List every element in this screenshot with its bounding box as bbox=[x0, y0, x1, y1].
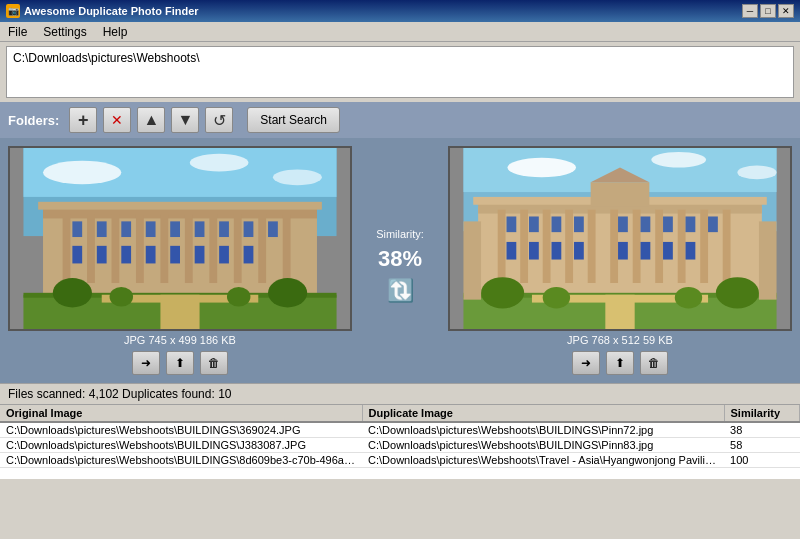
app-icon: 📷 bbox=[6, 4, 20, 18]
table-wrapper[interactable]: Original Image Duplicate Image Similarit… bbox=[0, 405, 800, 479]
svg-rect-27 bbox=[72, 246, 82, 264]
folder-path-area: C:\Downloads\pictures\Webshoots\ bbox=[6, 46, 794, 98]
similarity-value: 38% bbox=[378, 246, 422, 272]
svg-point-86 bbox=[716, 277, 759, 308]
svg-rect-57 bbox=[588, 210, 596, 283]
right-building-image bbox=[450, 148, 790, 329]
svg-rect-22 bbox=[170, 221, 180, 237]
left-delete-button[interactable]: 🗑 bbox=[200, 351, 228, 375]
table-row[interactable]: C:\Downloads\pictures\Webshoots\BUILDING… bbox=[0, 438, 800, 453]
svg-rect-72 bbox=[708, 216, 718, 232]
right-image-frame bbox=[448, 146, 792, 331]
app-title: Awesome Duplicate Photo Finder bbox=[24, 5, 199, 17]
svg-rect-16 bbox=[258, 215, 266, 283]
svg-rect-54 bbox=[520, 210, 528, 283]
svg-rect-12 bbox=[160, 215, 168, 283]
table-row[interactable]: C:\Downloads\pictures\Webshoots\BUILDING… bbox=[0, 422, 800, 438]
col-original[interactable]: Original Image bbox=[0, 405, 362, 422]
svg-rect-17 bbox=[283, 215, 291, 283]
left-image-actions: ➜ ⬆ 🗑 bbox=[132, 351, 228, 375]
left-move-button[interactable]: ⬆ bbox=[166, 351, 194, 375]
move-up-button[interactable]: ▲ bbox=[137, 107, 165, 133]
right-image-panel: JPG 768 x 512 59 KB ➜ ⬆ 🗑 bbox=[448, 146, 792, 375]
svg-point-41 bbox=[110, 287, 133, 307]
svg-rect-34 bbox=[244, 246, 254, 264]
title-bar-left: 📷 Awesome Duplicate Photo Finder bbox=[6, 4, 199, 18]
remove-folder-button[interactable]: ✕ bbox=[103, 107, 131, 133]
maximize-button[interactable]: □ bbox=[760, 4, 776, 18]
cell-duplicate: C:\Downloads\pictures\Webshoots\BUILDING… bbox=[362, 422, 724, 438]
toolbar: Folders: + ✕ ▲ ▼ ↺ Start Search bbox=[0, 102, 800, 138]
minimize-button[interactable]: ─ bbox=[742, 4, 758, 18]
swap-icon[interactable]: 🔃 bbox=[387, 278, 414, 304]
results-table: Original Image Duplicate Image Similarit… bbox=[0, 405, 800, 468]
svg-rect-33 bbox=[219, 246, 229, 264]
svg-rect-29 bbox=[121, 246, 131, 264]
add-folder-button[interactable]: + bbox=[69, 107, 97, 133]
svg-rect-71 bbox=[686, 216, 696, 232]
svg-point-39 bbox=[53, 278, 92, 307]
svg-rect-59 bbox=[633, 210, 641, 283]
menu-settings[interactable]: Settings bbox=[39, 24, 90, 40]
svg-rect-61 bbox=[678, 210, 686, 283]
right-move-button[interactable]: ⬆ bbox=[606, 351, 634, 375]
svg-rect-69 bbox=[641, 216, 651, 232]
left-arrow-button[interactable]: ➜ bbox=[132, 351, 160, 375]
svg-rect-56 bbox=[565, 210, 573, 283]
left-image-frame bbox=[8, 146, 352, 331]
cell-duplicate: C:\Downloads\pictures\Webshoots\BUILDING… bbox=[362, 438, 724, 453]
menu-help[interactable]: Help bbox=[99, 24, 132, 40]
main-content: JPG 745 x 499 186 KB ➜ ⬆ 🗑 Similarity: 3… bbox=[0, 138, 800, 383]
svg-rect-64 bbox=[507, 216, 517, 232]
results-table-container: Original Image Duplicate Image Similarit… bbox=[0, 405, 800, 479]
svg-rect-19 bbox=[97, 221, 107, 237]
title-controls[interactable]: ─ □ ✕ bbox=[742, 4, 794, 18]
col-similarity[interactable]: Similarity bbox=[724, 405, 799, 422]
svg-point-85 bbox=[481, 277, 524, 308]
svg-rect-66 bbox=[552, 216, 562, 232]
svg-rect-32 bbox=[195, 246, 205, 264]
col-duplicate[interactable]: Duplicate Image bbox=[362, 405, 724, 422]
status-text: Files scanned: 4,102 Duplicates found: 1… bbox=[8, 387, 231, 401]
svg-rect-25 bbox=[244, 221, 254, 237]
right-image-info: JPG 768 x 512 59 KB bbox=[567, 334, 673, 346]
svg-rect-84 bbox=[605, 295, 634, 329]
svg-rect-74 bbox=[529, 242, 539, 260]
svg-rect-10 bbox=[112, 215, 120, 283]
start-search-button[interactable]: Start Search bbox=[247, 107, 340, 133]
svg-rect-26 bbox=[268, 221, 278, 237]
folders-label: Folders: bbox=[8, 113, 59, 128]
svg-rect-31 bbox=[170, 246, 180, 264]
svg-rect-51 bbox=[591, 182, 650, 206]
move-down-button[interactable]: ▼ bbox=[171, 107, 199, 133]
folder-path-text: C:\Downloads\pictures\Webshoots\ bbox=[13, 51, 200, 65]
left-building-image bbox=[10, 148, 350, 329]
reset-button[interactable]: ↺ bbox=[205, 107, 233, 133]
svg-rect-76 bbox=[574, 242, 584, 260]
svg-rect-79 bbox=[663, 242, 673, 260]
menu-bar: File Settings Help bbox=[0, 22, 800, 42]
right-delete-button[interactable]: 🗑 bbox=[640, 351, 668, 375]
status-bar: Files scanned: 4,102 Duplicates found: 1… bbox=[0, 383, 800, 405]
menu-file[interactable]: File bbox=[4, 24, 31, 40]
svg-rect-58 bbox=[610, 210, 618, 283]
svg-rect-13 bbox=[185, 215, 193, 283]
svg-point-46 bbox=[651, 152, 706, 168]
svg-rect-65 bbox=[529, 216, 539, 232]
left-image-info: JPG 745 x 499 186 KB bbox=[124, 334, 236, 346]
close-button[interactable]: ✕ bbox=[778, 4, 794, 18]
svg-rect-60 bbox=[655, 210, 663, 283]
table-row[interactable]: C:\Downloads\pictures\Webshoots\BUILDING… bbox=[0, 453, 800, 468]
cell-original: C:\Downloads\pictures\Webshoots\BUILDING… bbox=[0, 438, 362, 453]
svg-rect-38 bbox=[160, 295, 199, 329]
svg-rect-89 bbox=[463, 221, 481, 299]
cell-original: C:\Downloads\pictures\Webshoots\BUILDING… bbox=[0, 453, 362, 468]
svg-rect-15 bbox=[234, 215, 242, 283]
svg-rect-14 bbox=[209, 215, 217, 283]
svg-rect-53 bbox=[498, 210, 506, 283]
svg-rect-62 bbox=[700, 210, 708, 283]
svg-rect-9 bbox=[87, 215, 95, 283]
svg-rect-67 bbox=[574, 216, 584, 232]
right-image-actions: ➜ ⬆ 🗑 bbox=[572, 351, 668, 375]
right-arrow-button[interactable]: ➜ bbox=[572, 351, 600, 375]
